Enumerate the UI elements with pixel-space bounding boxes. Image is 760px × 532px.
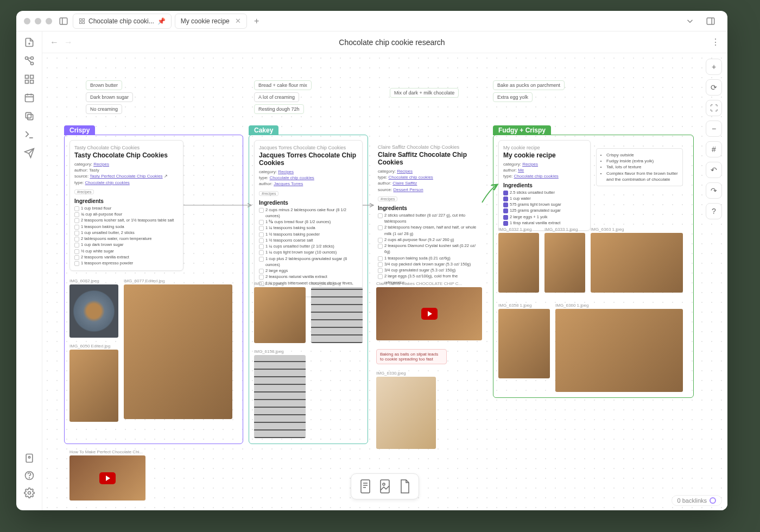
- ingredient-item[interactable]: 1 ½ teaspoons baking powder: [259, 231, 358, 237]
- desc-box[interactable]: Crispy outsideFudgy inside (extra yolk)T…: [596, 148, 683, 186]
- image[interactable]: IMG_6077 Edited.jpg: [124, 278, 232, 420]
- ingredient-item[interactable]: 1 ½ teaspoons coarse salt: [259, 237, 358, 243]
- ingredient-item[interactable]: 1 ¼ cups unsalted butter (2 1/2 sticks): [259, 243, 358, 249]
- image[interactable]: IMG_6360 1.jpeg: [555, 303, 683, 392]
- graph-icon[interactable]: [24, 55, 35, 66]
- panel-icon[interactable]: [706, 16, 715, 26]
- help-icon[interactable]: [24, 470, 35, 481]
- video-embed[interactable]: How To Make Perfect Chocolate Chi...: [69, 449, 145, 501]
- send-icon[interactable]: [24, 148, 35, 159]
- note[interactable]: Mix of dark + milk chocolate: [390, 88, 459, 98]
- image[interactable]: IMG_6193.jpeg: [254, 281, 306, 344]
- ingredient-item[interactable]: ½ cup white sugar: [74, 248, 179, 254]
- ingredient-item[interactable]: 1 cup bread flour: [74, 205, 179, 211]
- image[interactable]: IMG_6358 1.jpeg: [498, 303, 550, 379]
- canvas-help-button[interactable]: ?: [706, 203, 722, 219]
- zoom-dot[interactable]: [46, 18, 52, 24]
- ingredient-item[interactable]: 1 cup plus 2 tablespoons granulated suga…: [259, 256, 358, 268]
- close-icon[interactable]: ✕: [235, 17, 241, 25]
- ingredient-item[interactable]: 2 teaspoons vanilla extract: [74, 254, 179, 260]
- zoom-in-button[interactable]: +: [706, 59, 722, 75]
- terminal-icon[interactable]: [24, 129, 35, 140]
- ingredient-item[interactable]: 1 tbsp natural vanilla extract: [503, 220, 586, 226]
- image[interactable]: IMG_6181.jpeg: [311, 281, 363, 344]
- ingredient-item[interactable]: 1 teaspoon baking soda (0.21 oz/6g): [378, 255, 478, 261]
- image[interactable]: IMG_6332 1.jpeg: [498, 227, 539, 293]
- ingredient-item[interactable]: 2 teaspoons natural vanilla extract: [259, 274, 358, 280]
- ingredient-item[interactable]: 2 teaspoons kosher salt, or 1½ teaspoons…: [74, 217, 179, 223]
- minimize-dot[interactable]: [35, 18, 41, 24]
- ingredient-item[interactable]: 2 tablespoons heavy cream, half and half…: [378, 224, 478, 237]
- video-embed[interactable]: Claire Saffitz Makes CHOCOLATE CHIP C...: [376, 281, 482, 341]
- ingredient-item[interactable]: 2 cups minus 2 tablespoons cake flour (8…: [259, 207, 358, 219]
- insert-media-icon[interactable]: [378, 478, 391, 495]
- note[interactable]: Brown butter: [86, 80, 122, 90]
- canvas[interactable]: + ⟳ ⛶ − # ↶ ↷ ? Brown butter Dark brown …: [42, 53, 727, 510]
- new-note-icon[interactable]: [24, 37, 35, 48]
- tag-chip[interactable]: #recipes: [74, 189, 94, 194]
- close-dot[interactable]: [24, 18, 30, 24]
- ingredient-item[interactable]: 1 ¼ cups light brown sugar (10 ounces): [259, 249, 358, 255]
- note[interactable]: A lot of creaming: [254, 92, 299, 102]
- chevron-down-icon[interactable]: [685, 16, 695, 26]
- more-menu-icon[interactable]: ⋮: [711, 37, 720, 47]
- ingredient-item[interactable]: 2 teaspoons Diamond Crystal kosher salt …: [378, 243, 478, 255]
- ingredient-item[interactable]: 125 grams granulated sugar: [503, 207, 586, 213]
- note[interactable]: Extra egg yolk: [493, 92, 533, 102]
- ingredient-item[interactable]: 2 large eggs + 1 yolk: [503, 214, 586, 220]
- ingredient-item[interactable]: 2 tablespoons water, room temperature: [74, 236, 179, 242]
- tab-my-recipe[interactable]: My cookie recipe ✕: [175, 14, 247, 29]
- ingredient-item[interactable]: 3/4 cup granulated sugar (5.3 oz/ 150g): [378, 267, 478, 273]
- note[interactable]: Bake as pucks on parchment: [493, 80, 565, 90]
- image[interactable]: IMG_6158.jpeg: [254, 349, 306, 439]
- ingredient-item[interactable]: 1 cup dark brown sugar: [74, 242, 179, 248]
- note[interactable]: Resting dough 72h: [254, 104, 304, 114]
- backlinks-badge[interactable]: 0 backlinks: [672, 495, 722, 506]
- warning-note[interactable]: Baking as balls on silpat leads to cooki…: [376, 349, 447, 364]
- card-saffitz[interactable]: Claire Saffitz Chocolate Chip Cookies Cl…: [373, 140, 482, 290]
- image[interactable]: IMG_6333 1.jpeg: [544, 227, 585, 293]
- ingredient-item[interactable]: 1 ¼ teaspoons baking soda: [259, 225, 358, 231]
- image[interactable]: IMG_6330.jpeg: [376, 371, 436, 449]
- note[interactable]: Dark brown sugar: [86, 92, 133, 102]
- ingredient-item[interactable]: 1 cup unsalted butter, 2 sticks: [74, 230, 179, 236]
- calendar-icon[interactable]: [24, 92, 35, 103]
- sidebar-toggle-icon[interactable]: [59, 16, 68, 26]
- copy-icon[interactable]: [24, 111, 35, 122]
- ingredient-item[interactable]: 1 cup water: [503, 195, 586, 201]
- location-icon[interactable]: [24, 453, 35, 464]
- refresh-button[interactable]: ⟳: [706, 79, 722, 96]
- ingredient-item[interactable]: 1 teaspoon baking soda: [74, 224, 179, 230]
- tag-chip[interactable]: #recipes: [378, 197, 397, 201]
- redo-button[interactable]: ↷: [706, 182, 722, 199]
- image[interactable]: IMG_6363 1.jpeg: [591, 227, 683, 293]
- fullscreen-button[interactable]: ⛶: [706, 100, 722, 116]
- tab-research[interactable]: Chocolate chip cooki... 📌: [73, 14, 172, 29]
- note[interactable]: Bread + cake flour mix: [254, 80, 312, 90]
- ingredient-item[interactable]: 2 large eggs: [259, 268, 358, 274]
- ingredient-item[interactable]: ¾ cup all-purpose flour: [74, 211, 179, 217]
- add-tab-button[interactable]: +: [250, 15, 263, 28]
- ingredient-item[interactable]: 3/4 cup packed dark brown sugar (5.3 oz/…: [378, 261, 478, 267]
- undo-button[interactable]: ↶: [706, 162, 722, 178]
- tag-chip[interactable]: #recipes: [259, 191, 278, 196]
- gear-icon[interactable]: [24, 487, 35, 498]
- image[interactable]: IMG_6082.jpeg: [69, 278, 118, 338]
- grid-icon[interactable]: [24, 74, 35, 85]
- ingredient-item[interactable]: 2 sticks unsalted butter (8 oz/ 227 g), …: [378, 212, 478, 225]
- ingredient-item[interactable]: 2.5 sticks unsalted butter: [503, 189, 586, 195]
- insert-text-icon[interactable]: [359, 478, 372, 495]
- insert-blank-icon[interactable]: [398, 478, 411, 495]
- card-torres[interactable]: Jacques Torres Chocolate Chip Cookies Ja…: [254, 140, 363, 297]
- card-mine[interactable]: My cookie recipe My cookie recipe catego…: [498, 140, 591, 231]
- ingredient-item[interactable]: 1 ⅔ cups bread flour (8 1/2 ounces): [259, 219, 358, 225]
- image[interactable]: IMG_6050 Edited.jpg: [69, 344, 118, 422]
- forward-button[interactable]: →: [64, 37, 73, 47]
- ingredient-item[interactable]: 1 teaspoon espresso powder: [74, 260, 179, 266]
- pin-icon[interactable]: 📌: [157, 17, 166, 25]
- zoom-out-button[interactable]: −: [706, 121, 722, 137]
- grid-button[interactable]: #: [706, 141, 722, 157]
- back-button[interactable]: ←: [50, 37, 59, 47]
- note[interactable]: No creaming: [86, 104, 122, 114]
- ingredient-item[interactable]: 2 cups all-purpose flour (9.2 oz/ 260 g): [378, 237, 478, 243]
